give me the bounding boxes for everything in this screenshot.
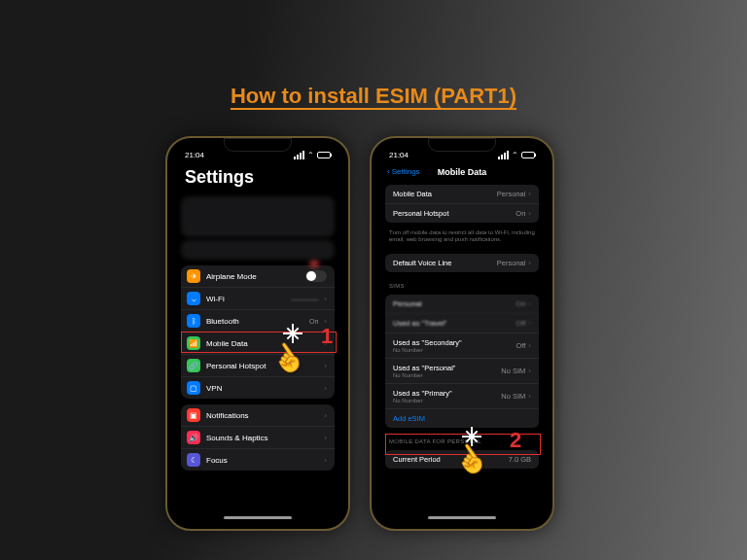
row-current-period[interactable]: Current Period 7.0 GB (385, 450, 539, 469)
chevron-right-icon: › (528, 341, 531, 350)
row-sublabel: No Number (393, 347, 462, 353)
row-mobile-data[interactable]: 📶 Mobile Data › (181, 332, 335, 354)
row-label: Personal (393, 299, 422, 308)
section-header-sims: SIMs (377, 277, 547, 290)
chevron-right-icon: › (528, 209, 531, 218)
row-focus[interactable]: ☾ Focus › (181, 448, 335, 471)
phone-pair: 21:04 ⌃ Settings ✈ Airplane Mode ⌵ W (165, 136, 554, 531)
row-label: Mobile Data (206, 339, 318, 348)
row-label: Focus (206, 456, 318, 465)
row-label: Used as "Secondary" (393, 338, 462, 347)
status-icons: ⌃ (294, 151, 331, 159)
notch (224, 138, 292, 152)
row-airplane-mode[interactable]: ✈ Airplane Mode (181, 265, 335, 287)
home-indicator (428, 516, 496, 519)
row-vpn[interactable]: ▢ VPN › (181, 376, 335, 399)
phone-right: 21:04 ⌃ ‹ Settings Mobile Data Mobile Da… (370, 136, 554, 531)
battery-icon (521, 152, 535, 158)
add-esim-label: Add eSIM (393, 414, 425, 423)
row-sim-2-blurred[interactable]: Used as "Travel" Off› (385, 313, 539, 332)
status-time: 21:04 (389, 151, 409, 159)
row-value: Off (516, 319, 525, 328)
row-value: Personal (497, 259, 526, 267)
toggle-airplane[interactable] (305, 270, 327, 282)
group-voice-line: Default Voice Line Personal› (385, 254, 539, 272)
row-label: VPN (206, 384, 318, 393)
row-value: On (516, 299, 525, 308)
row-wifi[interactable]: ⌵ Wi-Fi ———— › (181, 287, 335, 309)
row-notifications[interactable]: ▣ Notifications › (181, 404, 335, 426)
row-label: Current Period (393, 455, 441, 464)
apple-id-card-blurred[interactable] (181, 196, 335, 237)
row-value: On (309, 318, 318, 325)
mobile-data-icon: 📶 (187, 336, 200, 350)
notch (428, 138, 496, 152)
row-label: Used as "Primary" (393, 389, 452, 398)
chevron-right-icon: › (324, 384, 327, 393)
chevron-right-icon: › (324, 411, 327, 420)
row-label: Default Voice Line (393, 259, 451, 267)
chevron-right-icon: › (324, 295, 327, 303)
settings-group-notifications: ▣ Notifications › 🔊 Sounds & Haptics › ☾… (181, 404, 335, 471)
home-indicator (224, 516, 292, 519)
chevron-right-icon: › (528, 367, 531, 375)
hotspot-icon: 🔗 (187, 359, 200, 372)
row-sublabel: No Number (393, 372, 456, 378)
row-sim-personal[interactable]: Used as "Personal"No Number No SIM› (385, 358, 539, 383)
row-sublabel: No Number (393, 398, 452, 403)
chevron-right-icon: › (528, 392, 531, 401)
row-label: Used as "Personal" (393, 364, 456, 372)
row-label: Bluetooth (206, 317, 303, 326)
row-value: 7.0 GB (509, 455, 531, 464)
group-mobile-data: Mobile Data Personal› Personal Hotspot O… (385, 185, 539, 223)
chevron-right-icon: › (528, 190, 531, 198)
row-label: Personal Hotspot (206, 362, 318, 370)
row-value: No SIM (501, 392, 525, 401)
vpn-icon: ▢ (187, 381, 200, 395)
row-value: Personal (497, 190, 526, 198)
group-sims: Personal On› Used as "Travel" Off› Used … (385, 295, 539, 428)
nav-title: Mobile Data (377, 167, 547, 177)
suggestion-card-blurred[interactable] (181, 240, 335, 260)
screen-mobile-data: 21:04 ⌃ ‹ Settings Mobile Data Mobile Da… (377, 144, 547, 523)
row-sim-1-blurred[interactable]: Personal On› (385, 295, 539, 313)
row-label: Notifications (206, 411, 318, 420)
signal-icon (294, 151, 304, 159)
settings-heading: Settings (173, 163, 342, 193)
chevron-right-icon: › (528, 259, 531, 267)
signal-icon (498, 151, 509, 159)
sounds-icon: 🔊 (187, 431, 200, 444)
chevron-right-icon: › (528, 319, 531, 328)
row-label: Used as "Travel" (393, 319, 446, 328)
row-bluetooth[interactable]: ᛒ Bluetooth On › (181, 309, 335, 332)
row-mobile-data[interactable]: Mobile Data Personal› (385, 185, 539, 203)
chevron-right-icon: › (324, 434, 327, 442)
row-default-voice-line[interactable]: Default Voice Line Personal› (385, 254, 539, 272)
wifi-icon: ⌃ (512, 151, 518, 159)
focus-icon: ☾ (187, 453, 200, 467)
row-label: Personal Hotspot (393, 209, 449, 218)
screen-settings: 21:04 ⌃ Settings ✈ Airplane Mode ⌵ W (173, 144, 342, 523)
status-icons: ⌃ (498, 151, 535, 159)
chevron-right-icon: › (324, 362, 327, 370)
battery-icon (317, 152, 331, 158)
page-title: How to install ESIM (PART1) (0, 84, 747, 109)
row-value: On (516, 209, 525, 218)
row-personal-hotspot[interactable]: 🔗 Personal Hotspot › (181, 354, 335, 376)
row-sounds[interactable]: 🔊 Sounds & Haptics › (181, 426, 335, 448)
row-sim-primary[interactable]: Used as "Primary"No Number No SIM› (385, 383, 539, 408)
chevron-right-icon: › (324, 456, 327, 465)
footer-text: Turn off mobile data to restrict all dat… (377, 228, 547, 249)
step-number-1: 1 (321, 324, 333, 349)
settings-group-network: ✈ Airplane Mode ⌵ Wi-Fi ———— › ᛒ Bluetoo… (181, 265, 335, 399)
row-personal-hotspot[interactable]: Personal Hotspot On› (385, 203, 539, 223)
nav-bar: ‹ Settings Mobile Data (377, 163, 547, 180)
row-add-esim[interactable]: Add eSIM (385, 408, 539, 428)
row-label: Wi-Fi (206, 295, 285, 303)
row-sim-secondary[interactable]: Used as "Secondary"No Number Off› (385, 332, 539, 358)
wifi-value-blurred: ———— (291, 296, 318, 302)
row-label: Sounds & Haptics (206, 434, 318, 442)
step-number-2: 2 (510, 428, 521, 453)
wifi-icon: ⌃ (307, 151, 314, 159)
bluetooth-icon: ᛒ (187, 314, 200, 328)
